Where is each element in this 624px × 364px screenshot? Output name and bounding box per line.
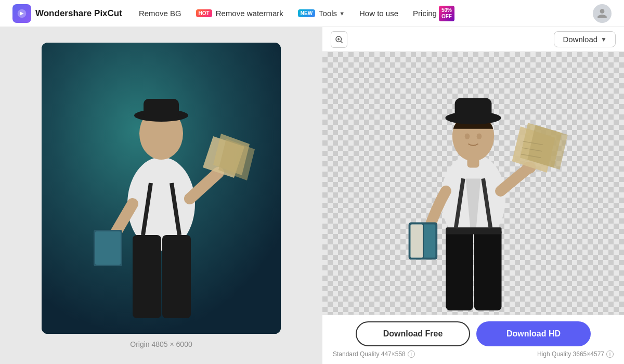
original-image-container (42, 43, 281, 334)
svg-rect-3 (162, 235, 191, 318)
download-buttons-row: Download Free Download HD (331, 321, 616, 346)
svg-rect-21 (446, 228, 473, 310)
person-original-svg (42, 43, 281, 334)
pricing-discount-badge: 50%OFF (439, 6, 454, 21)
new-badge: NEW (298, 9, 315, 17)
svg-line-17 (341, 41, 343, 43)
svg-rect-23 (446, 227, 501, 234)
high-quality-info-icon[interactable]: i (606, 350, 614, 358)
svg-point-28 (465, 133, 470, 139)
person-result-svg (359, 52, 588, 315)
right-panel: Download ▼ (322, 27, 624, 364)
svg-point-29 (477, 133, 482, 139)
nav-tools[interactable]: NEW Tools ▼ (298, 9, 345, 18)
left-panel: Origin 4805 × 6000 (0, 27, 322, 364)
nav-links: Remove BG HOT Remove watermark NEW Tools… (139, 6, 576, 21)
quality-info-row: Standard Quality 447×558 i High Quality … (331, 350, 616, 358)
svg-rect-31 (455, 98, 492, 121)
origin-label: Origin 4805 × 6000 (130, 340, 192, 348)
logo[interactable]: Wondershare PixCut (12, 4, 122, 23)
result-image-area (322, 52, 624, 315)
download-dropdown-arrow: ▼ (601, 36, 607, 43)
svg-rect-36 (410, 224, 423, 257)
high-quality-text: High Quality 3665×4577 i (537, 350, 614, 358)
result-image-wrapper (322, 52, 624, 315)
tools-dropdown-arrow: ▼ (339, 10, 345, 17)
download-hd-button[interactable]: Download HD (476, 321, 591, 346)
download-free-button[interactable]: Download Free (356, 321, 470, 346)
svg-rect-22 (474, 228, 502, 310)
svg-rect-2 (133, 235, 161, 318)
logo-text: Wondershare PixCut (35, 8, 122, 19)
navbar: Wondershare PixCut Remove BG HOT Remove … (0, 0, 624, 27)
nav-remove-watermark[interactable]: HOT Remove watermark (196, 9, 283, 18)
standard-quality-text: Standard Quality 447×558 i (333, 350, 415, 358)
main-content: Origin 4805 × 6000 Download ▼ (0, 27, 624, 364)
right-toolbar: Download ▼ (322, 27, 624, 52)
original-image-bg (42, 43, 281, 334)
zoom-button[interactable] (331, 31, 347, 48)
nav-how-to-use[interactable]: How to use (359, 9, 398, 18)
download-toolbar-button[interactable]: Download ▼ (554, 31, 616, 47)
svg-rect-11 (95, 231, 121, 265)
bottom-bar: Download Free Download HD Standard Quali… (322, 315, 624, 364)
logo-icon (12, 4, 31, 23)
hot-badge: HOT (196, 9, 212, 17)
user-avatar[interactable] (593, 4, 612, 23)
nav-pricing[interactable]: Pricing 50%OFF (413, 6, 454, 21)
standard-quality-info-icon[interactable]: i (408, 350, 415, 358)
nav-remove-bg[interactable]: Remove BG (139, 9, 181, 18)
svg-rect-8 (144, 99, 179, 120)
